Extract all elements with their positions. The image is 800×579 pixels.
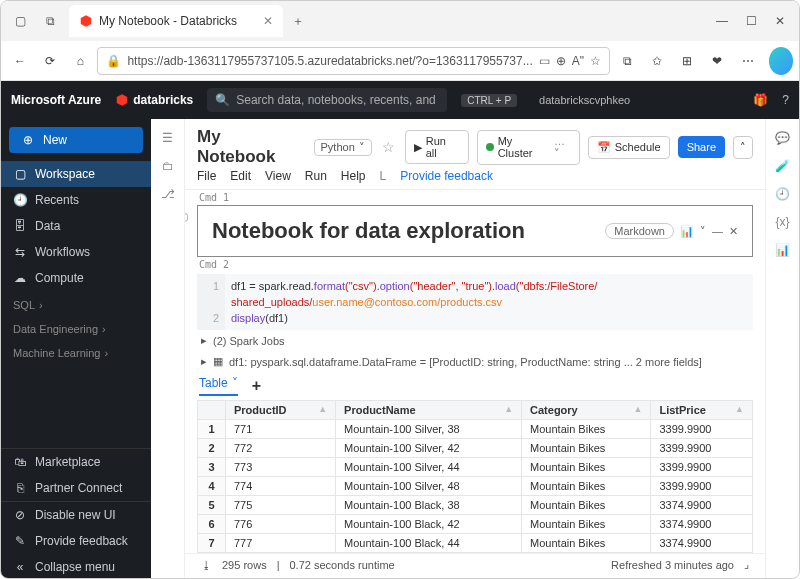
table-row[interactable]: 4774Mountain-100 Silver, 48Mountain Bike… [198, 477, 753, 496]
translate-icon[interactable]: ⊕ [556, 54, 566, 68]
sidebar-item-marketplace[interactable]: 🛍Marketplace [1, 449, 151, 475]
sidebar-item-feedback[interactable]: ✎Provide feedback [1, 528, 151, 554]
databricks-logo: databricks [115, 93, 193, 107]
minimize-cell-icon[interactable]: — [712, 225, 723, 237]
markdown-cell[interactable]: Notebook for data exploration Markdown 📊… [197, 205, 753, 257]
sidebar-item-disable-ui[interactable]: ⊘Disable new UI [1, 502, 151, 528]
table-row[interactable]: 1771Mountain-100 Silver, 38Mountain Bike… [198, 420, 753, 439]
share-button[interactable]: Share [678, 136, 725, 158]
add-viz-button[interactable]: + [252, 377, 261, 395]
table-tab[interactable]: Table˅ [199, 376, 238, 396]
sidebar-item-recents[interactable]: 🕘Recents [1, 187, 151, 213]
window-close[interactable]: ✕ [775, 14, 785, 28]
comments-icon[interactable]: 💬 [775, 131, 790, 145]
code-cell[interactable]: 1 2 df1 = spark.read.format("csv").optio… [197, 274, 753, 330]
refresh-button[interactable]: ⟳ [37, 46, 63, 76]
sidebar-item-collapse[interactable]: «Collapse menu [1, 554, 151, 579]
th-listprice[interactable]: ListPrice▲ [651, 401, 753, 420]
mlflow-icon[interactable]: 🧪 [775, 159, 790, 173]
cell-run-indicator[interactable]: ▢ [185, 211, 188, 222]
variables-icon[interactable]: {x} [775, 215, 789, 229]
cluster-selector[interactable]: My Cluster…˅ [477, 130, 580, 165]
favorite-icon[interactable]: ☆ [590, 54, 601, 68]
run-all-button[interactable]: ▶Run all [405, 130, 469, 164]
performance-icon[interactable]: ❤ [704, 46, 730, 76]
cell-type-pill[interactable]: Markdown [605, 223, 674, 239]
clock-icon: 🕘 [13, 193, 27, 207]
help-icon[interactable]: ? [782, 93, 789, 107]
sidebar-section-sql[interactable]: SQL› [1, 291, 151, 315]
sort-icon: ▲ [735, 404, 744, 414]
home-button[interactable]: ⌂ [67, 46, 93, 76]
menu-help[interactable]: Help [341, 169, 366, 183]
close-cell-icon[interactable]: ✕ [729, 225, 738, 238]
close-tab-icon[interactable]: ✕ [263, 14, 273, 28]
sidebar-item-compute[interactable]: ☁Compute [1, 265, 151, 291]
assistant-icon[interactable]: 📊 [775, 243, 790, 257]
bing-chat-icon[interactable] [769, 47, 793, 75]
sidebar-item-data[interactable]: 🗄Data [1, 213, 151, 239]
last-run-icon[interactable]: L [380, 169, 387, 183]
tab-actions-icon[interactable]: ▢ [5, 6, 35, 36]
expand-button[interactable]: ˄ [733, 136, 753, 159]
sidebar-section-ml[interactable]: Machine Learning› [1, 339, 151, 363]
provide-feedback-link[interactable]: Provide feedback [400, 169, 493, 183]
extensions-icon[interactable]: ⊞ [674, 46, 700, 76]
toc-icon[interactable]: ☰ [162, 131, 173, 145]
more-icon[interactable]: ⋯ [734, 46, 760, 76]
sidebar-item-workflows[interactable]: ⇆Workflows [1, 239, 151, 265]
sidebar-item-partner[interactable]: ⎘Partner Connect [1, 475, 151, 501]
search-placeholder: Search data, notebooks, recents, and mor… [236, 93, 439, 107]
workspace-name: databrickscvphkeo [539, 94, 630, 106]
chevron-down-icon[interactable]: ˅ [700, 225, 706, 238]
table-row[interactable]: 5775Mountain-100 Black, 38Mountain Bikes… [198, 496, 753, 515]
table-row[interactable]: 7777Mountain-100 Black, 44Mountain Bikes… [198, 534, 753, 553]
window-minimize[interactable]: — [716, 14, 728, 28]
app-search-input[interactable]: 🔍 Search data, notebooks, recents, and m… [207, 88, 447, 112]
address-bar[interactable]: 🔒 https://adb-1363117955737105.5.azureda… [97, 47, 610, 75]
table-row[interactable]: 6776Mountain-100 Black, 42Mountain Bikes… [198, 515, 753, 534]
back-button[interactable]: ← [7, 46, 33, 76]
menu-run[interactable]: Run [305, 169, 327, 183]
spark-jobs-row[interactable]: ▸(2) Spark Jobs [185, 330, 765, 351]
new-button[interactable]: ⊕ New [9, 127, 143, 153]
schema-row[interactable]: ▸▦df1: pyspark.sql.dataframe.DataFrame =… [185, 351, 765, 372]
th-productname[interactable]: ProductName▲ [336, 401, 522, 420]
chevron-right-icon: › [39, 299, 43, 311]
folder-icon[interactable]: 🗀 [162, 159, 174, 173]
sidebar-section-de[interactable]: Data Engineering› [1, 315, 151, 339]
notebook-title[interactable]: My Notebook [197, 127, 304, 167]
new-tab-button[interactable]: ＋ [283, 6, 313, 36]
sidebar-item-workspace[interactable]: ▢Workspace [1, 161, 151, 187]
favorites-icon[interactable]: ✩ [644, 46, 670, 76]
tabs-overview-icon[interactable]: ⧉ [35, 6, 65, 36]
th-category[interactable]: Category▲ [522, 401, 651, 420]
download-icon[interactable]: ⭳ [201, 559, 212, 571]
branch-icon[interactable]: ⎇ [161, 187, 175, 201]
collections-icon[interactable]: ⧉ [614, 46, 640, 76]
market-icon: 🛍 [13, 455, 27, 469]
schedule-button[interactable]: 📅Schedule [588, 136, 670, 159]
table-row[interactable]: 2772Mountain-100 Silver, 42Mountain Bike… [198, 439, 753, 458]
sort-icon: ▲ [504, 404, 513, 414]
th-idx[interactable] [198, 401, 226, 420]
table-row[interactable]: 3773Mountain-100 Silver, 44Mountain Bike… [198, 458, 753, 477]
chart-icon[interactable]: 📊 [680, 225, 694, 238]
gift-icon[interactable]: 🎁 [753, 93, 768, 107]
url-text: https://adb-1363117955737105.5.azuredata… [127, 54, 532, 68]
menu-file[interactable]: File [197, 169, 216, 183]
history-icon[interactable]: 🕘 [775, 187, 790, 201]
collapse-output-icon[interactable]: ⌟ [744, 558, 749, 571]
menu-edit[interactable]: Edit [230, 169, 251, 183]
browser-tab[interactable]: My Notebook - Databricks ✕ [69, 5, 283, 37]
reader-icon[interactable]: A" [572, 54, 584, 68]
favorite-star-icon[interactable]: ☆ [382, 139, 395, 155]
plus-circle-icon: ⊕ [21, 133, 35, 147]
calendar-icon: 📅 [597, 141, 611, 154]
language-selector[interactable]: Python˅ [314, 139, 372, 156]
th-productid[interactable]: ProductID▲ [226, 401, 336, 420]
window-maximize[interactable]: ☐ [746, 14, 757, 28]
menu-view[interactable]: View [265, 169, 291, 183]
status-dot-icon [486, 143, 494, 151]
site-permission-icon[interactable]: ▭ [539, 54, 550, 68]
